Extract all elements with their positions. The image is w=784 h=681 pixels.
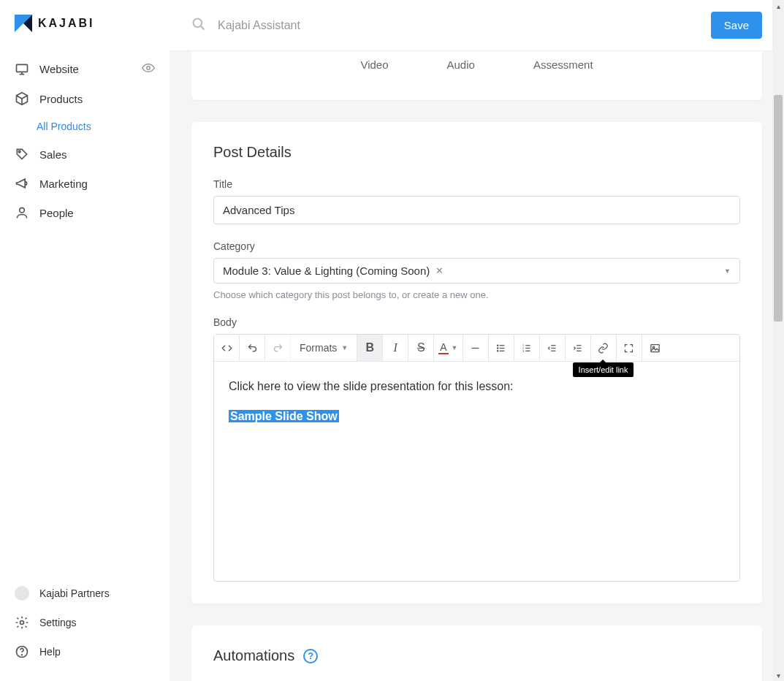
bullet-list-button[interactable] bbox=[489, 335, 514, 361]
svg-point-5 bbox=[147, 66, 151, 70]
title-input[interactable] bbox=[213, 196, 740, 224]
sidebar: KAJABI Website Products All Products Sal… bbox=[0, 0, 170, 681]
scrollbar-thumb[interactable] bbox=[774, 95, 783, 322]
nav-people[interactable]: People bbox=[0, 198, 170, 227]
brand-name: KAJABI bbox=[38, 17, 95, 30]
svg-point-8 bbox=[20, 208, 25, 213]
editor-text-line: Click here to view the slide presentatio… bbox=[229, 376, 725, 396]
svg-point-18 bbox=[498, 345, 498, 346]
nav-label: Website bbox=[39, 63, 79, 75]
category-help: Choose which category this post belongs … bbox=[213, 289, 740, 300]
nav-website[interactable]: Website bbox=[0, 54, 170, 84]
nav-label: All Products bbox=[37, 121, 91, 132]
nav-all-products[interactable]: All Products bbox=[0, 113, 170, 140]
nav-label: Sales bbox=[39, 148, 67, 161]
chevron-down-icon: ▼ bbox=[452, 344, 458, 351]
italic-button[interactable]: I bbox=[383, 335, 408, 361]
svg-point-19 bbox=[498, 347, 498, 348]
post-details-heading: Post Details bbox=[213, 144, 740, 161]
nav-help[interactable]: Help bbox=[0, 637, 170, 666]
numbered-list-button[interactable]: 123 bbox=[514, 335, 540, 361]
search-icon[interactable] bbox=[191, 17, 206, 34]
user-icon bbox=[15, 205, 29, 220]
logo-icon bbox=[15, 15, 32, 32]
formats-dropdown[interactable]: Formats▼ bbox=[291, 335, 357, 361]
monitor-icon bbox=[15, 62, 29, 77]
nav-products[interactable]: Products bbox=[0, 84, 170, 113]
nav-label: Help bbox=[39, 646, 61, 658]
eye-icon[interactable] bbox=[142, 61, 155, 77]
megaphone-icon bbox=[15, 176, 29, 191]
secondary-nav: Kajabi Partners Settings Help bbox=[0, 579, 170, 666]
nav-label: Kajabi Partners bbox=[39, 587, 110, 599]
primary-nav: Website Products All Products Sales Mark… bbox=[0, 54, 170, 579]
help-icon[interactable]: ? bbox=[303, 649, 318, 663]
brand-logo: KAJABI bbox=[0, 15, 170, 54]
rich-text-editor: Formats▼ B I S A▼ 123 bbox=[213, 334, 740, 582]
image-button[interactable] bbox=[642, 335, 668, 361]
main-area: Save Video Audio Assessment Post Details… bbox=[170, 0, 784, 681]
outdent-button[interactable] bbox=[540, 335, 566, 361]
nav-label: Products bbox=[39, 93, 83, 105]
nav-label: Settings bbox=[39, 617, 77, 628]
nav-marketing[interactable]: Marketing bbox=[0, 169, 170, 198]
editor-toolbar: Formats▼ B I S A▼ 123 bbox=[214, 335, 739, 362]
strikethrough-button[interactable]: S bbox=[408, 335, 434, 361]
avatar-icon bbox=[15, 586, 29, 601]
automations-card: Automations ? bbox=[191, 625, 762, 681]
tab-audio[interactable]: Audio bbox=[447, 58, 475, 71]
bold-button[interactable]: B bbox=[357, 335, 383, 361]
body-label: Body bbox=[213, 316, 740, 328]
svg-rect-2 bbox=[17, 64, 28, 72]
nav-label: People bbox=[39, 207, 74, 219]
tab-video[interactable]: Video bbox=[360, 58, 388, 71]
link-button[interactable]: Insert/edit link bbox=[591, 335, 617, 361]
remove-category-icon[interactable]: ✕ bbox=[435, 265, 444, 276]
category-label: Category bbox=[213, 240, 740, 252]
code-view-button[interactable] bbox=[214, 335, 240, 361]
chevron-down-icon: ▼ bbox=[341, 344, 348, 351]
redo-button[interactable] bbox=[265, 335, 291, 361]
undo-button[interactable] bbox=[240, 335, 265, 361]
nav-label: Marketing bbox=[39, 178, 88, 190]
category-select[interactable]: Module 3: Value & Lighting (Coming Soon)… bbox=[213, 258, 740, 284]
content-scroll[interactable]: Video Audio Assessment Post Details Titl… bbox=[170, 51, 784, 681]
tag-icon bbox=[15, 147, 29, 161]
category-chip: Module 3: Value & Lighting (Coming Soon)… bbox=[223, 265, 444, 277]
title-label: Title bbox=[213, 178, 740, 190]
editor-content[interactable]: Click here to view the slide presentatio… bbox=[214, 362, 739, 581]
text-color-button[interactable]: A▼ bbox=[434, 335, 463, 361]
svg-text:3: 3 bbox=[522, 349, 524, 352]
nav-partners[interactable]: Kajabi Partners bbox=[0, 579, 170, 608]
nav-settings[interactable]: Settings bbox=[0, 608, 170, 637]
fullscreen-button[interactable] bbox=[617, 335, 642, 361]
tab-assessment[interactable]: Assessment bbox=[533, 58, 593, 71]
help-icon bbox=[15, 644, 29, 659]
svg-point-12 bbox=[194, 18, 202, 27]
svg-rect-33 bbox=[650, 344, 658, 351]
indent-button[interactable] bbox=[566, 335, 591, 361]
media-type-card: Video Audio Assessment bbox=[191, 51, 762, 100]
category-value: Module 3: Value & Lighting (Coming Soon) bbox=[223, 265, 430, 277]
horizontal-rule-button[interactable] bbox=[463, 335, 489, 361]
search-input[interactable] bbox=[218, 19, 699, 32]
gear-icon bbox=[15, 615, 29, 630]
svg-point-9 bbox=[20, 621, 24, 625]
vertical-scrollbar[interactable]: ▴ ▾ bbox=[772, 0, 784, 681]
box-icon bbox=[15, 91, 29, 106]
chevron-down-icon: ▼ bbox=[724, 267, 731, 275]
selected-text[interactable]: Sample Slide Show bbox=[229, 410, 339, 422]
scroll-up-icon[interactable]: ▴ bbox=[772, 0, 784, 12]
svg-point-20 bbox=[498, 350, 498, 351]
scroll-down-icon[interactable]: ▾ bbox=[772, 669, 784, 681]
svg-point-11 bbox=[22, 655, 23, 655]
automations-heading: Automations ? bbox=[213, 647, 740, 664]
svg-point-7 bbox=[18, 151, 20, 153]
svg-line-13 bbox=[201, 26, 205, 29]
topbar: Save bbox=[170, 0, 784, 51]
nav-sales[interactable]: Sales bbox=[0, 140, 170, 169]
post-details-card: Post Details Title Category Module 3: Va… bbox=[191, 122, 762, 604]
tooltip: Insert/edit link bbox=[573, 362, 634, 377]
save-button[interactable]: Save bbox=[711, 12, 762, 39]
